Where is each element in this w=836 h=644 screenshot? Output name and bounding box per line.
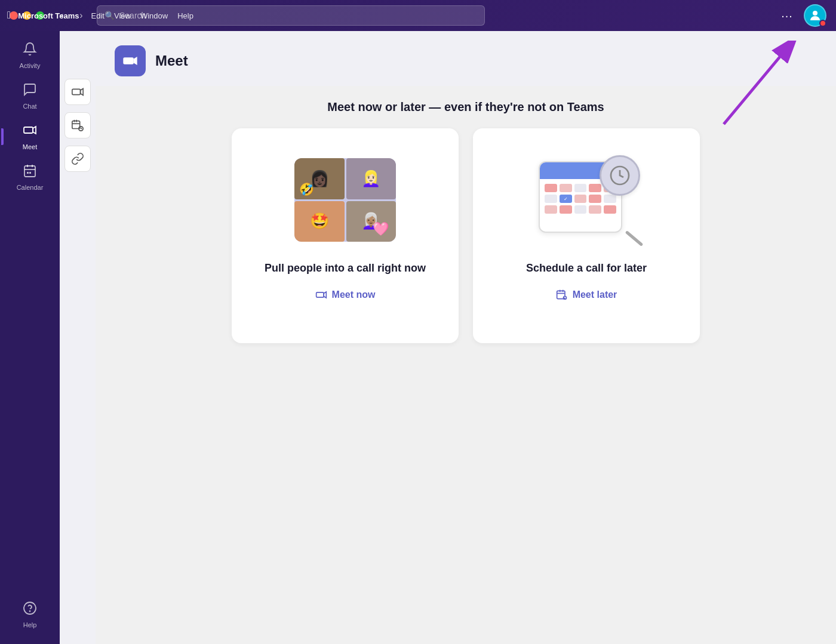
meet-page-title: Meet: [155, 53, 188, 69]
video-cell-3: 🤩: [294, 201, 345, 242]
emoji-heart: 🩷: [373, 221, 389, 237]
svg-point-8: [24, 602, 36, 614]
meet-now-label: Meet now: [332, 289, 376, 300]
svg-rect-6: [27, 172, 29, 174]
search-input[interactable]: [119, 11, 477, 20]
sidebar-item-calendar[interactable]: Calendar: [6, 158, 54, 197]
meet-header: Meet: [96, 31, 836, 86]
meet-now-action-button[interactable]: Meet now: [315, 289, 376, 301]
cal-cell: [604, 195, 616, 203]
meet-video-icon: [122, 53, 139, 69]
share-link-button[interactable]: [64, 146, 91, 172]
cal-cell: [589, 184, 601, 192]
sidebar-item-help[interactable]: Help: [6, 595, 54, 634]
meet-icon-box: [115, 45, 146, 76]
sidebar-item-activity[interactable]: Activity: [6, 36, 54, 75]
search-icon: 🔍: [105, 11, 115, 20]
new-meeting-button[interactable]: [64, 79, 91, 105]
search-bar[interactable]: 🔍: [97, 5, 485, 26]
clock-icon: [609, 165, 631, 186]
meet-later-illustration: ✓: [533, 152, 640, 248]
main-wrapper: Meet Meet now or later — even if they're…: [60, 31, 836, 644]
sub-sidebar: [60, 31, 96, 644]
emoji-laugh: 🤣: [299, 182, 314, 196]
nav-buttons: ‹ ›: [54, 7, 90, 24]
avatar-status-indicator: [819, 20, 826, 27]
svg-rect-2: [24, 166, 35, 177]
cal-cell: [604, 205, 616, 214]
svg-rect-1: [24, 127, 33, 133]
cards-row: 👩🏿 👱🏻‍♀️ 🤩 👩🏽‍🦳: [96, 124, 836, 362]
cal-cell: [574, 195, 587, 203]
cal-cell: [574, 205, 587, 214]
svg-rect-19: [316, 292, 324, 297]
svg-rect-7: [29, 172, 31, 174]
calendar-label: Calendar: [17, 184, 44, 191]
chat-label: Chat: [23, 103, 36, 110]
sidebar: Activity Chat Meet: [0, 31, 60, 644]
more-options-button[interactable]: ···: [777, 6, 797, 25]
cal-cell: [589, 205, 601, 214]
video-icon-sidebar: [23, 123, 37, 141]
meet-later-card: ✓: [473, 128, 700, 343]
avatar-button[interactable]: [804, 4, 826, 27]
sidebar-item-chat[interactable]: Chat: [6, 76, 54, 116]
cal-cell: [545, 205, 557, 214]
meet-tagline: Meet now or later — even if they're not …: [96, 86, 836, 124]
help-icon: [23, 601, 37, 619]
cal-cell: [545, 184, 557, 192]
calendar-icon-sidebar: [23, 164, 37, 181]
cal-cell-check: ✓: [560, 195, 572, 203]
main-content: Meet Meet now or later — even if they're…: [96, 31, 836, 644]
cal-cell: [589, 195, 601, 203]
meet-later-label: Meet later: [573, 289, 617, 300]
help-label: Help: [23, 621, 37, 628]
cal-cell: [545, 195, 557, 203]
cal-cell: [574, 184, 587, 192]
video-cell-2: 👱🏻‍♀️: [346, 158, 397, 199]
meet-now-card: 👩🏿 👱🏻‍♀️ 🤩 👩🏽‍🦳: [232, 128, 459, 343]
titlebar-right: ···: [777, 4, 826, 27]
magnify-handle: [625, 230, 644, 246]
bell-icon: [23, 42, 37, 60]
close-button[interactable]: [10, 11, 18, 20]
meet-now-video-icon: [315, 289, 327, 301]
forward-button[interactable]: ›: [73, 7, 90, 24]
maximize-button[interactable]: [36, 11, 44, 20]
svg-point-0: [813, 11, 817, 16]
meet-later-calendar-icon: [556, 289, 568, 301]
sidebar-item-meet[interactable]: Meet: [6, 117, 54, 156]
activity-label: Activity: [20, 62, 41, 69]
svg-point-9: [30, 611, 30, 612]
svg-rect-18: [123, 57, 134, 64]
cal-cell: [560, 184, 572, 192]
meet-later-card-title: Schedule a call for later: [526, 262, 647, 275]
traffic-lights: [10, 11, 44, 20]
schedule-meeting-button[interactable]: [64, 112, 91, 138]
back-button[interactable]: ‹: [54, 7, 70, 24]
chat-icon: [23, 82, 37, 100]
titlebar: ‹ › 🔍 ···  Microsoft Teams Edit View Wi…: [0, 0, 836, 31]
meet-now-illustration: 👩🏿 👱🏻‍♀️ 🤩 👩🏽‍🦳: [291, 152, 399, 248]
meet-now-card-title: Pull people into a call right now: [265, 262, 426, 275]
svg-rect-10: [72, 89, 81, 94]
clock-circle: [600, 155, 640, 196]
meet-later-action-button[interactable]: Meet later: [556, 289, 617, 301]
video-grid: 👩🏿 👱🏻‍♀️ 🤩 👩🏽‍🦳: [294, 158, 396, 242]
minimize-button[interactable]: [23, 11, 31, 20]
cal-cell: [560, 205, 572, 214]
meet-label: Meet: [23, 143, 37, 150]
app-body: Activity Chat Meet: [0, 31, 836, 644]
